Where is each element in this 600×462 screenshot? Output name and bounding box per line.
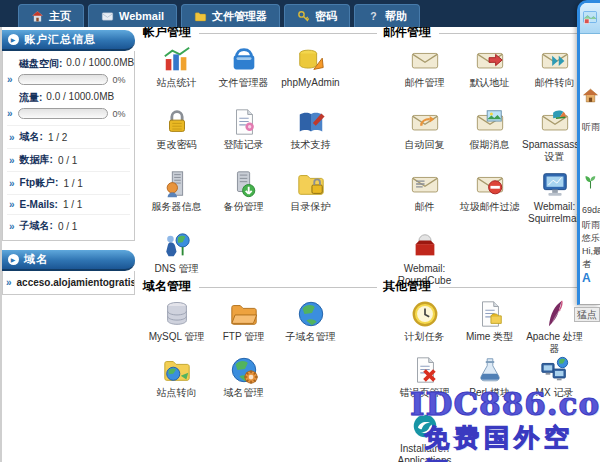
popup-fragment: 者 [582,258,591,271]
item-label: Installatron Applications [392,443,457,462]
tab-file-manager[interactable]: 文件管理器 [181,4,280,27]
item-label: 站点转向 [157,387,197,399]
stat-row[interactable]: »域名:1 / 2 [7,125,130,148]
progress-bar [18,74,108,85]
tab-label: Webmail [119,10,164,22]
stat-row[interactable]: »子域名:0 / 1 [7,214,130,237]
side-popup-window[interactable]: 听雨69da听雨悠乐Hi,最者A [577,0,600,305]
popup-fragment: Hi,最 [582,245,600,258]
item-label: 假期消息 [470,139,510,151]
usage-meter-value: 0.0 / 1000.0MB [46,91,114,105]
section-mail-management: 邮件管理邮件管理默认地址邮件转向自动回复假期消息Spamassassin 设置邮… [383,24,588,293]
item-login-records[interactable]: 登陆记录 [210,107,277,169]
section-grid: 邮件管理默认地址邮件转向自动回复假期消息Spamassassin 设置邮件垃圾邮… [392,45,588,293]
item-error-page[interactable]: 错误页管理 [392,355,457,411]
item-mx[interactable]: MX 记录 [522,355,587,411]
item-phpmyadmin[interactable]: phpMyAdmin [277,45,344,107]
usage-meter-percent: 0% [113,109,126,119]
item-server-info[interactable]: 服务器信息 [143,169,210,231]
ftp-icon [229,299,259,329]
installatron-icon [410,411,440,441]
item-password[interactable]: 更改密码 [143,107,210,169]
stat-row[interactable]: »E-Mails:1 / 1 [7,194,130,214]
stat-label: Ftp账户: [20,176,59,190]
tab-help[interactable]: ?帮助 [354,4,420,27]
stat-row[interactable]: »数据库:0 / 1 [7,148,130,171]
popup-fragment: A [582,271,591,285]
mail-forward-icon [540,45,570,75]
item-mime[interactable]: Mime 类型 [457,299,522,355]
mail-icon [101,10,114,23]
item-mysql[interactable]: MySQL 管理 [143,299,210,355]
tab-home[interactable]: 主页 [18,4,84,27]
chevron-bullet-icon[interactable]: » [7,108,13,119]
item-auto-reply[interactable]: 自动回复 [392,107,457,169]
item-label: 邮件管理 [405,77,445,89]
tab-label: 密码 [315,9,337,24]
domain-name: acceso.alojamientogratis.es [17,277,135,288]
stat-label: 数据库: [20,153,53,167]
stat-value: 0 / 1 [58,155,77,166]
section-grid: 计划任务Mime 类型Apache 处理器错误页管理Perl 模块MX 记录In… [392,299,588,462]
usage-meter: 流量:0.0 / 1000.0MB»0% [7,91,130,119]
login-records-icon [229,107,259,137]
stat-row[interactable]: »Ftp账户:1 / 1 [7,171,130,194]
item-stats[interactable]: 站点统计 [143,45,210,107]
popup-side-button[interactable]: 猛点 [574,307,600,322]
stat-label: E-Mails: [20,199,58,210]
usage-meter-text: 流量:0.0 / 1000.0MB [7,91,130,105]
vacation-message-icon [475,107,505,137]
item-label: DNS 管理 [155,263,199,275]
popup-fragment: 听雨 [582,219,600,232]
progress-bar [18,108,108,119]
stat-value: 1 / 1 [63,178,82,189]
item-cron[interactable]: 计划任务 [392,299,457,355]
domains-header[interactable]: ▶ 域名 [2,250,135,271]
item-site-redirect[interactable]: 站点转向 [143,355,210,411]
item-dir-protect[interactable]: 目录保护 [277,169,344,231]
perl-icon [475,355,505,385]
item-label: MX 记录 [536,387,574,399]
chevron-bullet-icon: » [9,221,15,232]
item-subdomain[interactable]: 子域名管理 [277,299,344,355]
usage-meter-bar-row: »0% [7,108,130,119]
domain-list-item[interactable]: »acceso.alojamientogratis.es [2,271,135,295]
item-label: MySQL 管理 [149,331,205,343]
usage-meter-value: 0.0 / 1000.0MB [66,57,134,71]
item-label: FTP 管理 [223,331,264,343]
item-mail-manage[interactable]: 邮件管理 [392,45,457,107]
item-label: 邮件 [415,201,435,213]
item-mail-list[interactable]: 邮件 [392,169,457,231]
usage-meter-bar-row: »0% [7,74,130,85]
popup-fragment: 听雨 [582,121,600,134]
item-spam-filter[interactable]: 垃圾邮件过滤 [457,169,522,231]
mysql-icon [162,299,192,329]
item-filemanager[interactable]: 文件管理器 [210,45,277,107]
tab-password[interactable]: 密码 [284,4,350,27]
tab-webmail[interactable]: Webmail [88,4,177,27]
stat-value: 1 / 1 [63,199,82,210]
item-label: 更改密码 [157,139,197,151]
item-backup[interactable]: 备份管理 [210,169,277,231]
account-summary-body: 磁盘空间:0.0 / 1000.0MB»0%流量:0.0 / 1000.0MB»… [2,51,135,241]
chevron-bullet-icon[interactable]: » [7,74,13,85]
popup-fragment: 悠乐 [582,232,600,245]
item-vacation-message[interactable]: 假期消息 [457,107,522,169]
item-label: 自动回复 [405,139,445,151]
side-popup-header [580,3,600,34]
item-perl[interactable]: Perl 模块 [457,355,522,411]
item-label: 备份管理 [224,201,264,213]
tab-label: 帮助 [385,9,407,24]
section-grid: 站点统计文件管理器phpMyAdmin更改密码登陆记录技术支持服务器信息备份管理… [143,45,377,293]
tab-label: 主页 [49,9,71,24]
stat-label: 子域名: [20,219,53,233]
item-installatron[interactable]: Installatron Applications [392,411,457,462]
item-support[interactable]: 技术支持 [277,107,344,169]
item-ftp[interactable]: FTP 管理 [210,299,277,355]
section-account-management: 帐户管理站点统计文件管理器phpMyAdmin更改密码登陆记录技术支持服务器信息… [143,24,377,293]
item-label: Mime 类型 [466,331,513,343]
item-default-address[interactable]: 默认地址 [457,45,522,107]
account-summary-header[interactable]: ▶ 账户汇总信息 [2,30,135,51]
item-label: Perl 模块 [469,387,510,399]
item-domain-manage[interactable]: 域名管理 [210,355,277,411]
